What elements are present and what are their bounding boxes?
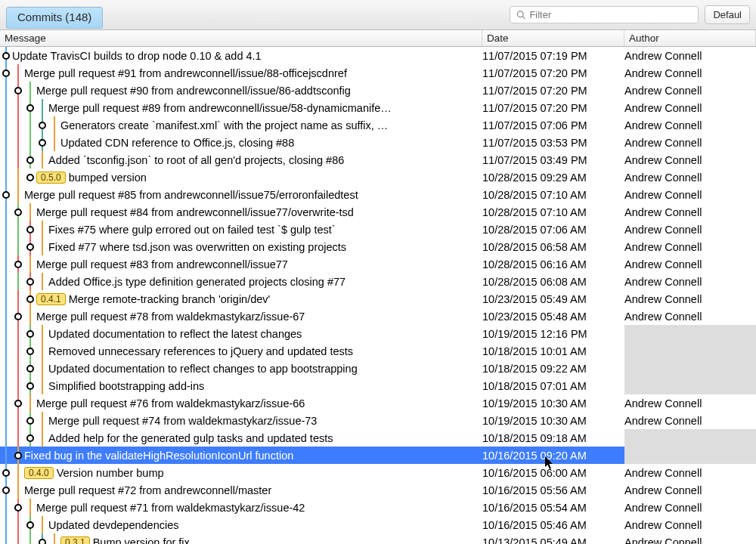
graph-lanes <box>0 308 36 325</box>
commit-message-cell: Added `tsconfig.json` to root of all gen… <box>0 151 482 168</box>
commit-row[interactable]: 0.3.1Bump version for fix10/13/2015 05:4… <box>0 533 756 544</box>
graph-slot <box>0 203 12 221</box>
commit-row[interactable]: Update TravisCI builds to drop node 0.10… <box>0 47 756 64</box>
commit-row[interactable]: Added `tsconfig.json` to root of all gen… <box>0 151 756 168</box>
graph-lanes <box>0 203 36 221</box>
commit-row[interactable]: Merge pull request #71 from waldekmastyk… <box>0 499 756 516</box>
graph-line <box>29 134 31 151</box>
commit-message: Merge pull request #89 from andrewconnel… <box>48 102 392 114</box>
commit-row[interactable]: Generators create `manifest.xml` with th… <box>0 116 756 134</box>
filter-input[interactable] <box>529 9 692 20</box>
commit-author: Andrew Connell <box>624 85 756 97</box>
graph-line <box>42 221 43 238</box>
commit-row[interactable]: Merge pull request #85 from andrewconnel… <box>0 186 756 203</box>
commit-node-icon <box>14 504 22 512</box>
graph-lanes <box>0 342 48 360</box>
commit-message: Updated devdependencies <box>48 519 179 531</box>
commit-row[interactable]: Merge pull request #91 from andrewconnel… <box>0 64 756 82</box>
graph-line <box>29 255 31 273</box>
commit-node-icon <box>39 139 46 147</box>
graph-lanes <box>0 447 24 464</box>
commit-row[interactable]: 0.4.0Version number bump10/16/2015 06:00… <box>0 464 756 481</box>
commit-row[interactable]: Merge pull request #89 from andrewconnel… <box>0 99 756 116</box>
commit-row[interactable]: 0.5.0bumped version10/28/2015 09:29 AMAn… <box>0 168 756 186</box>
commit-row[interactable]: 0.4.1Merge remote-tracking branch 'origi… <box>0 290 756 308</box>
commit-message: Updated CDN reference to Office.js, clos… <box>60 137 294 149</box>
graph-line <box>5 134 7 151</box>
graph-line <box>29 82 31 99</box>
commit-row[interactable]: Added Office.js type definition generate… <box>0 273 756 290</box>
commits-tab[interactable]: Commits (148) <box>6 7 103 29</box>
graph-line <box>42 360 43 377</box>
graph-slot <box>36 134 48 151</box>
commit-list[interactable]: Update TravisCI builds to drop node 0.10… <box>0 47 756 544</box>
tag-badge[interactable]: 0.4.0 <box>24 467 54 479</box>
graph-lanes <box>0 238 48 255</box>
commit-row[interactable]: Merge pull request #76 from waldekmastyk… <box>0 394 756 412</box>
graph-lanes <box>0 64 24 82</box>
graph-slot <box>24 429 36 447</box>
graph-slot <box>0 134 12 151</box>
commit-node-icon <box>26 434 34 442</box>
commit-row[interactable]: Removed unnecessary references to jQuery… <box>0 342 756 360</box>
graph-line <box>5 429 7 447</box>
graph-slot <box>36 116 48 134</box>
graph-slot <box>24 377 36 394</box>
graph-slot <box>12 255 24 273</box>
graph-slot <box>36 151 48 168</box>
graph-lanes <box>0 290 36 308</box>
graph-slot <box>12 377 24 394</box>
graph-slot <box>24 516 36 533</box>
graph-slot <box>0 342 12 360</box>
graph-slot <box>0 273 12 290</box>
tag-badge[interactable]: 0.5.0 <box>36 172 66 184</box>
graph-slot <box>24 99 36 116</box>
commit-row[interactable]: Merge pull request #83 from andrewconnel… <box>0 255 756 273</box>
filter-search[interactable] <box>510 6 699 23</box>
graph-line <box>5 290 7 308</box>
graph-line <box>5 412 7 429</box>
tag-badge[interactable]: 0.4.1 <box>36 293 66 305</box>
commit-node-icon <box>2 191 10 199</box>
graph-slot <box>36 99 48 116</box>
commit-row[interactable]: Fixes #75 where gulp errored out on fail… <box>0 221 756 238</box>
commit-row[interactable]: Fixed #77 where tsd.json was overwritten… <box>0 238 756 255</box>
commit-message-cell: Merge pull request #78 from waldekmastyk… <box>0 308 482 325</box>
commit-row[interactable]: Updated devdependencies10/16/2015 05:46 … <box>0 516 756 533</box>
graph-line <box>5 255 7 273</box>
commit-row[interactable]: Merge pull request #74 from waldekmastyk… <box>0 412 756 429</box>
graph-lanes <box>0 533 60 544</box>
commit-author: Andrew Connell <box>624 276 756 288</box>
commit-message-cell: Removed unnecessary references to jQuery… <box>0 342 482 360</box>
commit-date: 10/19/2015 10:30 AM <box>482 415 624 427</box>
col-header-author[interactable]: Author <box>624 30 756 46</box>
commit-row[interactable]: Simplified bootstrapping add-ins10/18/20… <box>0 377 756 394</box>
tag-badge[interactable]: 0.3.1 <box>60 536 90 545</box>
commit-row[interactable]: Merge pull request #84 from andrewconnel… <box>0 203 756 221</box>
graph-lanes <box>0 47 12 64</box>
col-header-message[interactable]: Message <box>0 30 482 46</box>
graph-slot <box>12 481 24 499</box>
commit-row[interactable]: Fixed bug in the validateHighResolutionI… <box>0 447 756 464</box>
commit-node-icon <box>14 313 22 320</box>
commit-row[interactable]: Merge pull request #72 from andrewconnel… <box>0 481 756 499</box>
commit-row[interactable]: Added help for the generated gulp tasks … <box>0 429 756 447</box>
col-header-date[interactable]: Date <box>482 30 624 46</box>
commit-message-cell: Fixed #77 where tsd.json was overwritten… <box>0 238 482 255</box>
graph-slot <box>0 360 12 377</box>
graph-line <box>42 412 43 429</box>
commit-node-icon <box>14 400 22 407</box>
graph-slot <box>0 82 12 99</box>
commit-message-cell: Merge pull request #83 from andrewconnel… <box>0 255 482 273</box>
commit-row[interactable]: Merge pull request #78 from waldekmastyk… <box>0 308 756 325</box>
commit-row[interactable]: Merge pull request #90 from andrewconnel… <box>0 82 756 99</box>
graph-line <box>17 290 19 308</box>
commit-date: 11/07/2015 07:20 PM <box>482 85 624 97</box>
commit-row[interactable]: Updated documentation to reflect changes… <box>0 360 756 377</box>
commit-row[interactable]: Updated CDN reference to Office.js, clos… <box>0 134 756 151</box>
commit-row[interactable]: Updated documentation to reflect the lat… <box>0 325 756 342</box>
commit-node-icon <box>26 295 34 303</box>
graph-slot <box>0 238 12 255</box>
commit-author: Andrew Connell <box>624 258 756 270</box>
default-button[interactable]: Defaul <box>705 5 750 24</box>
